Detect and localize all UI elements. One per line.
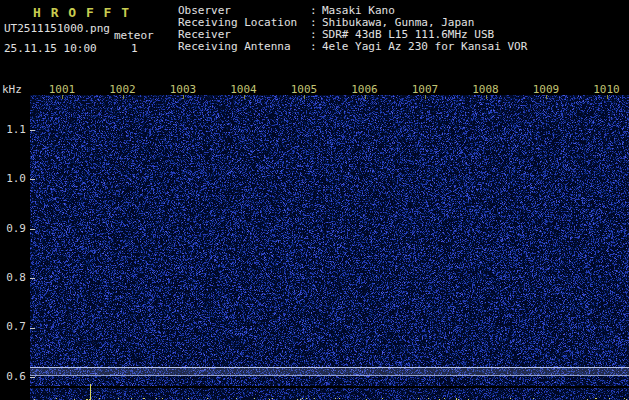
y-tick-label: 1.0	[2, 172, 26, 185]
datetime-label: 25.11.15 10:00	[4, 42, 97, 55]
app-title: H R O F F T	[33, 5, 130, 20]
info-row: Receiving Antenna:4ele Yagi Az 230 for K…	[178, 41, 527, 53]
info-colon: :	[310, 41, 322, 53]
y-tick-label: 0.6	[2, 370, 26, 383]
y-axis-unit: kHz	[2, 83, 22, 96]
signal-spike	[90, 384, 91, 400]
frame-counter: 1	[131, 42, 138, 55]
y-tick-label: 1.1	[2, 123, 26, 136]
output-filename: UT2511151000.png	[4, 22, 110, 35]
signal-strip-canvas	[30, 388, 629, 400]
mode-label: meteor	[114, 29, 154, 42]
spectrogram-canvas	[30, 95, 629, 386]
hrofft-screen: H R O F F T UT2511151000.png meteor 25.1…	[0, 0, 629, 400]
observer-info: Observer:Masaki KanoReceiving Location:S…	[178, 5, 527, 53]
info-value: 4ele Yagi Az 230 for Kansai VOR	[322, 41, 527, 53]
info-label: Receiving Antenna	[178, 41, 310, 53]
y-tick-label: 0.8	[2, 271, 26, 284]
y-tick-label: 0.7	[2, 320, 26, 333]
y-tick-label: 0.9	[2, 222, 26, 235]
